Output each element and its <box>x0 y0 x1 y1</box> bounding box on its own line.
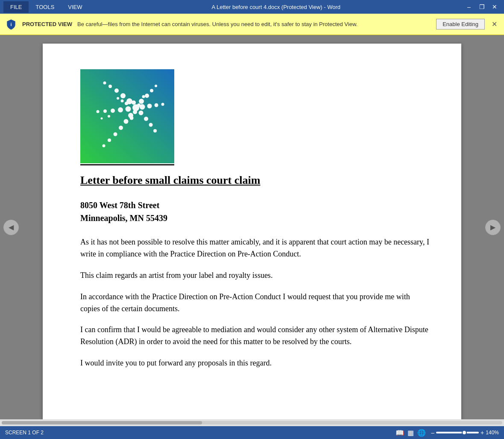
zoom-in-button[interactable]: + <box>481 429 484 436</box>
address-line2: Minneapolis, MN 55439 <box>80 213 167 223</box>
svg-point-17 <box>108 138 111 142</box>
svg-point-18 <box>103 144 105 147</box>
paragraph-2: This claim regards an artist from your l… <box>80 270 431 282</box>
shield-icon: i <box>5 18 17 30</box>
protected-message: Be careful—files from the Internet can c… <box>77 21 431 27</box>
svg-point-25 <box>150 89 153 92</box>
svg-point-23 <box>139 99 144 104</box>
svg-text:i: i <box>10 22 12 27</box>
svg-point-21 <box>155 103 158 107</box>
svg-point-37 <box>117 97 119 100</box>
protected-view-bar: i PROTECTED VIEW Be careful—files from t… <box>0 14 504 35</box>
title-bar: FILE TOOLS VIEW A Letter before court 4.… <box>0 0 504 14</box>
svg-point-40 <box>142 95 145 98</box>
svg-point-5 <box>114 88 119 93</box>
svg-point-7 <box>103 82 106 85</box>
window-title: A Letter before court 4.docx (Protected … <box>89 4 463 10</box>
left-arrow-icon: ◀ <box>9 223 14 231</box>
document-area: ◀ <box>0 35 504 419</box>
tab-file[interactable]: FILE <box>3 1 29 13</box>
svg-point-10 <box>111 109 115 113</box>
zoom-control: – + 140% <box>431 429 499 436</box>
logo-underline <box>80 164 174 165</box>
restore-button[interactable]: ❐ <box>476 2 488 12</box>
svg-point-24 <box>145 94 149 98</box>
minimize-button[interactable]: – <box>463 2 475 12</box>
close-protected-bar-button[interactable]: ✕ <box>490 20 499 28</box>
svg-rect-1 <box>80 69 174 163</box>
svg-point-28 <box>144 117 148 121</box>
protected-label: PROTECTED VIEW <box>22 21 72 27</box>
view-icons: 📖 ▦ 🌐 <box>396 429 426 437</box>
svg-point-31 <box>132 100 136 105</box>
svg-point-12 <box>97 110 100 113</box>
close-button[interactable]: ✕ <box>489 2 501 12</box>
svg-point-26 <box>155 85 157 87</box>
status-right-controls: 📖 ▦ 🌐 – + 140% <box>396 429 499 437</box>
svg-point-6 <box>108 85 112 88</box>
svg-point-20 <box>147 104 152 109</box>
zoom-slider[interactable] <box>436 432 479 433</box>
word-document-page: Letter before small claims court claim 8… <box>43 44 461 419</box>
svg-point-36 <box>121 100 124 103</box>
tab-tools[interactable]: TOOLS <box>29 1 61 13</box>
svg-point-34 <box>130 116 134 120</box>
paragraph-4: I can confirm that I would be agreeable … <box>80 324 431 348</box>
web-layout-icon[interactable]: 🌐 <box>417 429 426 437</box>
svg-point-27 <box>139 111 144 115</box>
svg-point-33 <box>133 110 137 114</box>
status-bar: SCREEN 1 OF 2 📖 ▦ 🌐 – + 140% <box>0 426 504 439</box>
scroll-thumb[interactable] <box>2 421 202 424</box>
svg-point-30 <box>153 129 157 133</box>
address-line1: 8050 West 78th Street <box>80 200 159 210</box>
enable-editing-button[interactable]: Enable Editing <box>436 19 485 29</box>
svg-point-8 <box>126 106 131 112</box>
zoom-level: 140% <box>486 430 499 436</box>
next-page-arrow[interactable]: ▶ <box>485 220 501 235</box>
document-title: Letter before small claims court claim <box>80 174 431 187</box>
tab-view[interactable]: VIEW <box>61 1 89 13</box>
menu-tabs: FILE TOOLS VIEW <box>3 1 89 13</box>
svg-point-14 <box>124 119 129 124</box>
scroll-track[interactable] <box>2 421 502 424</box>
company-logo <box>80 69 431 165</box>
svg-point-11 <box>103 109 107 113</box>
svg-point-38 <box>108 115 110 118</box>
svg-point-32 <box>137 103 141 107</box>
svg-point-4 <box>120 93 126 98</box>
paragraph-3: In accordance with the Practice Directio… <box>80 291 431 315</box>
screen-indicator: SCREEN 1 OF 2 <box>5 430 44 436</box>
right-arrow-icon: ▶ <box>490 223 495 231</box>
prev-page-arrow[interactable]: ◀ <box>3 220 19 235</box>
paragraph-5: I would invite you to put forward any pr… <box>80 357 431 369</box>
zoom-out-button[interactable]: – <box>431 429 434 436</box>
svg-point-35 <box>125 102 128 105</box>
document-address: 8050 West 78th Street Minneapolis, MN 55… <box>80 199 431 224</box>
svg-point-16 <box>114 133 117 136</box>
svg-point-22 <box>161 103 164 106</box>
paragraph-1: As it has not been possible to resolve t… <box>80 236 431 260</box>
horizontal-scrollbar[interactable] <box>0 419 504 426</box>
svg-point-39 <box>101 118 103 120</box>
zoom-thumb[interactable] <box>462 430 467 435</box>
read-mode-icon[interactable]: 📖 <box>396 429 404 437</box>
print-layout-icon[interactable]: ▦ <box>407 429 414 437</box>
window-controls: – ❐ ✕ <box>463 2 501 12</box>
svg-point-29 <box>149 123 153 127</box>
svg-point-15 <box>119 126 123 130</box>
svg-point-9 <box>118 107 123 112</box>
